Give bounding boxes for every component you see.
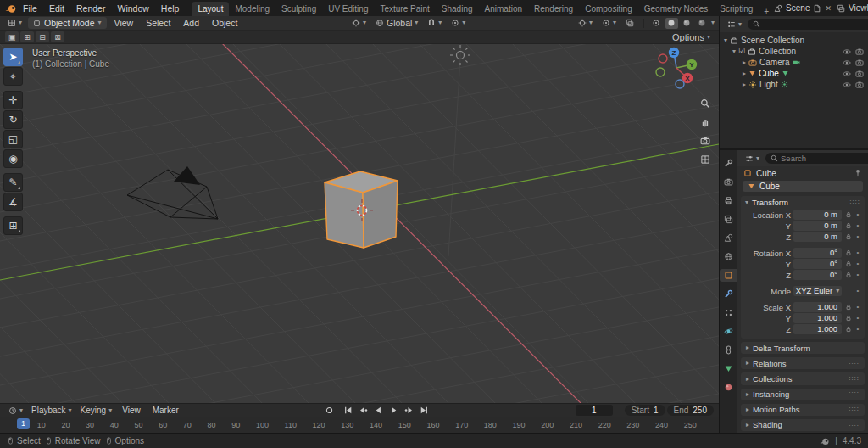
outliner-row-scene-collection[interactable]: ▾ Scene Collection [720,35,868,46]
disable-render-toggle[interactable] [855,70,864,78]
scale-x-field[interactable]: 1.000 [793,302,842,312]
section-collections[interactable]: ▸ Collections ∷∷ [741,372,865,384]
tab-modeling[interactable]: Modeling [229,2,275,16]
show-gizmo-dropdown[interactable]: ▾ [575,18,596,28]
tool-transform[interactable]: ◉ [3,149,23,168]
animate-dot[interactable]: • [855,315,860,322]
tab-rendering[interactable]: Rendering [528,2,579,16]
lock-icon[interactable] [844,222,853,229]
overlays-dropdown[interactable]: ▾ [598,18,620,28]
section-shading[interactable]: ▸ Shading ∷∷ [741,419,865,431]
tab-output[interactable] [720,194,737,207]
tab-shading[interactable]: Shading [436,2,479,16]
tab-sculpting[interactable]: Sculpting [275,2,322,16]
menu-render[interactable]: Render [70,3,111,14]
grip-icon[interactable]: ∷∷ [849,391,860,398]
lock-icon[interactable] [844,211,853,218]
disable-render-toggle[interactable] [855,48,864,56]
scene-name[interactable]: Scene [786,3,810,13]
outliner-row-cube[interactable]: ▸ Cube [720,68,868,79]
select-mode-new-button[interactable]: ▣ [5,31,19,42]
shading-wireframe-button[interactable] [650,18,663,29]
rotation-mode-dropdown[interactable]: XYZ Euler ▾ [793,286,842,296]
scale-z-field[interactable]: 1.000 [793,324,842,334]
animate-dot[interactable]: • [855,272,860,278]
animate-dot[interactable]: • [855,260,860,267]
outliner-editor-type-button[interactable]: ▾ [724,20,745,30]
tab-particles[interactable] [720,306,737,319]
tab-physics[interactable] [720,325,737,338]
tab-layout[interactable]: Layout [192,2,229,16]
ortho-toggle-icon[interactable] [700,154,710,165]
tool-select-box[interactable]: ➤ [3,48,23,66]
location-x-field[interactable]: 0 m [793,210,842,220]
play-button[interactable] [388,405,400,416]
menu-add[interactable]: Add [178,18,204,28]
camera-object[interactable] [127,166,218,219]
tab-material[interactable] [720,381,737,394]
shading-options-chevron[interactable]: ▾ [711,20,715,26]
animate-dot[interactable]: • [855,304,860,311]
orientation-dropdown[interactable]: Global ▾ [372,17,421,29]
breadcrumb-object-name[interactable]: Cube [756,169,776,178]
tab-object[interactable] [720,269,737,282]
menu-view[interactable]: View [109,18,139,28]
new-scene-button[interactable] [813,4,821,13]
grip-icon[interactable]: ∷∷ [849,406,860,413]
timeline-ruler[interactable]: 1 10 20 30 40 50 60 70 80 90 100 110 120… [0,417,719,433]
tab-constraints[interactable] [720,344,737,356]
cube-object[interactable] [325,171,398,248]
unlink-scene-button[interactable]: ✕ [825,4,832,13]
shading-material-button[interactable] [681,18,693,29]
lock-icon[interactable] [844,272,853,278]
section-instancing[interactable]: ▸ Instancing ∷∷ [741,389,865,400]
viewlayer-name[interactable]: ViewLayer [849,3,868,13]
tab-modifiers[interactable] [720,288,737,300]
navigation-gizmo[interactable]: Z Y X [653,46,700,95]
chevron-down-icon[interactable]: ▾ [732,48,736,55]
transform-panel-header[interactable]: ▾ Transform ∷∷ [741,196,865,209]
hide-eye-toggle[interactable] [843,81,851,89]
shading-rendered-button[interactable] [696,18,709,29]
hide-eye-toggle[interactable] [843,59,851,67]
rotation-x-field[interactable]: 0° [793,248,842,258]
rotation-z-field[interactable]: 0° [793,270,842,280]
snap-dropdown[interactable]: ▾ [424,18,445,28]
grip-icon[interactable]: ∷∷ [850,199,860,206]
shading-solid-button[interactable] [665,18,678,29]
outliner-row-light[interactable]: ▸ Light [720,79,868,90]
section-relations[interactable]: ▸ Relations ∷∷ [741,357,865,369]
playback-menu[interactable]: Playback▾ [28,405,75,416]
keying-menu[interactable]: Keying▾ [77,405,116,416]
tab-tool[interactable] [720,157,737,170]
tab-scene[interactable] [720,232,737,244]
timeline-editor-type-button[interactable]: ▾ [5,406,26,416]
section-motion-paths[interactable]: ▸ Motion Paths ∷∷ [741,404,865,416]
tool-scale[interactable]: ◱ [3,130,23,148]
xray-toggle[interactable] [622,18,637,28]
rotation-y-field[interactable]: 0° [793,259,842,269]
disable-render-toggle[interactable] [855,59,864,67]
grip-icon[interactable]: ∷∷ [849,422,860,428]
lock-icon[interactable] [844,233,853,240]
outliner-search-input[interactable] [763,20,868,29]
proportional-edit-dropdown[interactable]: ▾ [448,18,469,28]
animate-dot[interactable]: • [855,288,860,294]
frame-end-field[interactable]: End250 [667,405,714,416]
play-reverse-button[interactable] [373,405,385,416]
grip-icon[interactable]: ∷∷ [849,360,860,367]
tab-texture-paint[interactable]: Texture Paint [374,2,435,16]
chevron-right-icon[interactable]: ▸ [743,70,746,77]
chevron-down-icon[interactable]: ▾ [724,37,727,44]
animate-dot[interactable]: • [855,249,860,256]
jump-start-button[interactable] [342,405,354,416]
tool-annotate[interactable]: ✎ [3,173,23,192]
animate-dot[interactable]: • [855,326,860,333]
menu-help[interactable]: Help [155,3,186,14]
autokey-record-toggle[interactable] [324,405,336,416]
timeline-marker-menu[interactable]: Marker [147,406,184,415]
outliner-row-camera[interactable]: ▸ Camera [720,57,868,68]
zoom-icon[interactable] [700,98,710,109]
object-name-field[interactable]: Cube [743,181,863,192]
animate-dot[interactable]: • [855,222,860,229]
